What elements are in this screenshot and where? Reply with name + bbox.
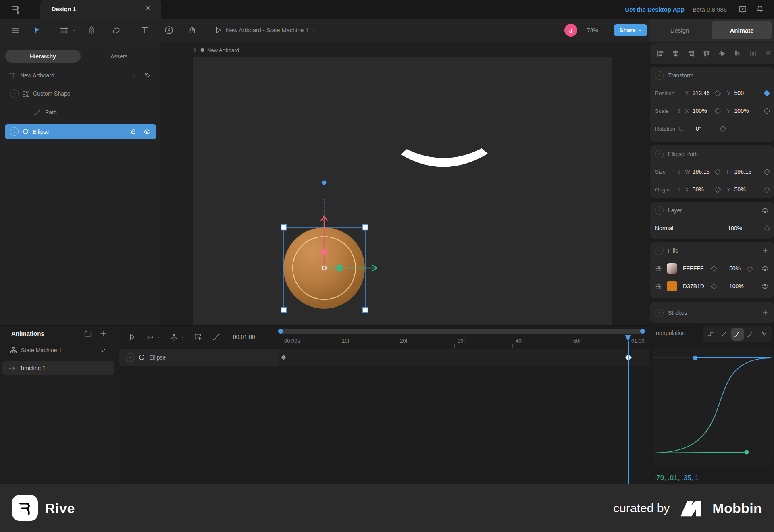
visibility-eye-icon[interactable]	[144, 128, 151, 135]
play-state-machine-button[interactable]	[213, 19, 223, 42]
export-chevron-icon[interactable]	[198, 19, 204, 42]
mode-design-button[interactable]: Design	[649, 27, 710, 34]
resize-handle-bottom-right[interactable]	[363, 308, 368, 313]
collapse-chevron-icon[interactable]	[655, 247, 664, 255]
bezier-value[interactable]: .79,	[654, 474, 666, 482]
share-button[interactable]: Share	[614, 24, 647, 36]
expand-chevron-icon[interactable]	[10, 89, 19, 98]
keyframe-scale-x-button[interactable]	[715, 108, 721, 114]
align-top-button[interactable]	[700, 48, 713, 60]
loop-mode-button[interactable]	[146, 329, 160, 345]
notifications-bell-icon[interactable]	[755, 5, 764, 14]
interp-elastic-button[interactable]	[758, 328, 770, 341]
artboard-tool-chevron-icon[interactable]	[71, 19, 77, 42]
rive-logo-icon[interactable]	[10, 4, 21, 15]
y-translate-handle[interactable]	[321, 249, 327, 255]
keyframe-origin-x-button[interactable]	[715, 187, 721, 193]
feedback-icon[interactable]	[738, 5, 747, 14]
marker-tool-button[interactable]	[170, 329, 184, 345]
blend-chevron-icon[interactable]	[717, 227, 720, 230]
expand-chevron-icon[interactable]	[10, 127, 19, 136]
collapse-chevron-icon[interactable]	[655, 71, 664, 80]
keyframe-width-button[interactable]	[715, 169, 721, 175]
align-bottom-button[interactable]	[731, 48, 744, 60]
align-right-button[interactable]	[685, 48, 697, 60]
collapse-chevron-icon[interactable]	[655, 206, 664, 215]
keyframe-position-x-button[interactable]	[715, 90, 721, 96]
artboard-chevron-icon[interactable]	[131, 74, 135, 77]
auto-key-button[interactable]	[194, 329, 202, 345]
timeline-item-selected[interactable]: Timeline 1	[2, 361, 114, 375]
width-field[interactable]: 196.15	[693, 168, 716, 175]
x-translate-handle[interactable]	[337, 265, 342, 271]
tree-item-path[interactable]: Path	[34, 106, 151, 119]
scale-x-field[interactable]: 100%	[693, 108, 716, 114]
blend-mode-dropdown[interactable]: Normal	[655, 225, 673, 231]
get-desktop-app-link[interactable]: Get the Desktop App	[625, 6, 685, 13]
scrollbar-left-handle[interactable]	[278, 329, 283, 334]
pivot-handle[interactable]	[322, 266, 326, 270]
tree-item-ellipse-selected[interactable]: Ellipse	[5, 124, 156, 139]
collapse-chevron-icon[interactable]	[655, 309, 664, 317]
out-handle[interactable]	[745, 450, 749, 455]
link-icon[interactable]	[676, 108, 685, 114]
fill-hex-field[interactable]: FFFFFF	[683, 265, 712, 272]
origin-x-field[interactable]: 50%	[693, 186, 716, 193]
export-button[interactable]	[186, 19, 198, 42]
position-x-field[interactable]: 313.46	[693, 90, 716, 96]
distribute-horizontal-button[interactable]	[747, 48, 759, 60]
bezier-value[interactable]: .01,	[668, 474, 680, 482]
fill-color-swatch[interactable]	[667, 281, 677, 291]
canvas[interactable]: New Artboard	[160, 42, 649, 325]
timeline-scrollbar[interactable]	[278, 329, 645, 334]
layer-visibility-eye-icon[interactable]	[761, 207, 769, 214]
keyframe-opacity-button[interactable]	[764, 225, 770, 231]
keyframe-fill-opacity-button[interactable]	[747, 266, 753, 272]
track-keyframe-lane[interactable]	[278, 349, 649, 366]
keyframe-fill-color-button[interactable]	[711, 283, 717, 289]
new-folder-button[interactable]	[84, 330, 92, 338]
interp-linear-button[interactable]	[718, 328, 730, 341]
zoom-dropdown[interactable]: 78%	[587, 19, 604, 42]
add-animation-button[interactable]	[99, 330, 107, 338]
tab-assets[interactable]: Assets	[81, 50, 157, 63]
scale-y-field[interactable]: 100%	[734, 108, 757, 114]
select-tool[interactable]	[31, 19, 44, 42]
align-left-button[interactable]	[654, 48, 667, 60]
layer-opacity-field[interactable]: 100%	[728, 225, 753, 231]
current-time-dropdown[interactable]: 00:01:00	[233, 329, 262, 345]
keyframe-scale-y-button[interactable]	[764, 108, 770, 114]
add-stroke-button[interactable]	[762, 309, 769, 316]
add-fill-button[interactable]	[762, 247, 769, 254]
shape-tool[interactable]	[110, 19, 123, 42]
play-button[interactable]	[127, 329, 136, 345]
state-machine-item[interactable]: State Machine 1	[0, 344, 117, 356]
unlock-icon[interactable]	[130, 128, 137, 135]
default-interpolation-button[interactable]	[212, 329, 221, 345]
events-tool[interactable]	[163, 19, 175, 42]
origin-y-field[interactable]: 50%	[734, 186, 757, 193]
text-tool[interactable]	[139, 19, 151, 42]
rotation-field[interactable]: 0°	[696, 125, 721, 132]
scrollbar-right-handle[interactable]	[640, 329, 645, 334]
tree-item-artboard[interactable]: New Artboard	[8, 69, 153, 82]
tree-item-custom-shape[interactable]: Custom Shape	[10, 87, 155, 100]
keyframe-rotation-button[interactable]	[720, 126, 726, 132]
distribute-vertical-button[interactable]	[762, 48, 774, 60]
fill-color-swatch[interactable]	[667, 263, 677, 274]
main-menu-button[interactable]	[10, 19, 22, 42]
resize-handle-bottom-left[interactable]	[281, 308, 287, 313]
in-handle[interactable]	[693, 356, 697, 360]
track-row-ellipse[interactable]: Ellipse	[119, 349, 278, 366]
keyframe-fill-color-button[interactable]	[711, 266, 717, 272]
avatar[interactable]: J	[564, 24, 577, 37]
interp-hold-button[interactable]	[704, 328, 717, 341]
resize-handle-top-left[interactable]	[281, 225, 287, 230]
fill-options-icon[interactable]	[655, 265, 662, 272]
height-field[interactable]: 196.15	[734, 168, 757, 175]
interp-cubic-button[interactable]	[731, 328, 744, 341]
artboard-tool[interactable]	[58, 19, 70, 42]
mode-animate-button[interactable]: Animate	[712, 21, 772, 39]
active-context-dropdown[interactable]: New Artboard - State Machine 1	[226, 19, 316, 42]
close-tab-icon[interactable]	[145, 5, 151, 11]
